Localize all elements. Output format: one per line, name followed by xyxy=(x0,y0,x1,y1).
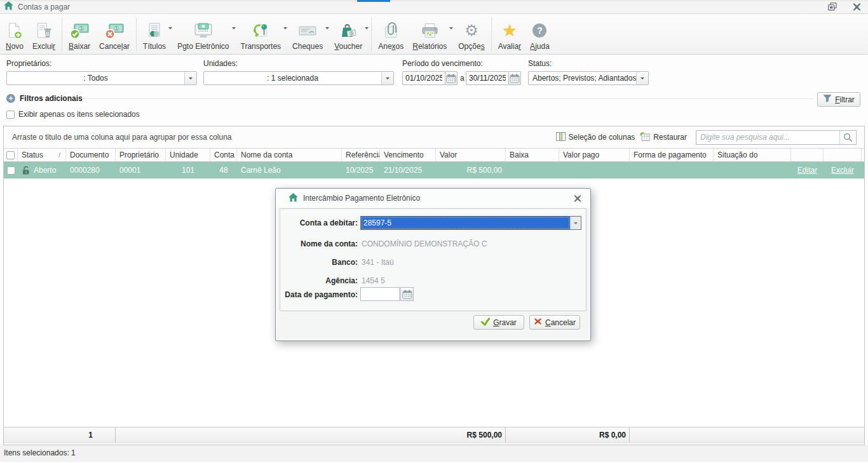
grid-search-input[interactable] xyxy=(696,131,839,144)
chevron-down-icon xyxy=(570,217,581,229)
pgto-eletronico-button[interactable]: Pgto Eletrônico xyxy=(173,15,233,54)
exibir-selecionados-checkbox[interactable] xyxy=(6,111,15,119)
toolbar-separator xyxy=(371,17,372,51)
column-header-vencimento[interactable]: Vencimento xyxy=(380,149,436,161)
delete-document-icon xyxy=(36,20,53,41)
table-row[interactable]: Aberto 0000280 00001 101 48 Carnê Leão 1… xyxy=(4,162,864,178)
lock-open-icon xyxy=(22,166,30,175)
cell-forma-de-pagamento xyxy=(630,162,714,178)
voucher-dropdown-icon[interactable] xyxy=(365,15,369,54)
cell-unidade: 101 xyxy=(166,162,210,178)
cell-documento: 0000280 xyxy=(66,162,116,178)
novo-label: Novo xyxy=(6,42,24,51)
status-select[interactable]: Abertos; Previstos; Adiantados xyxy=(528,71,649,85)
filtros-adicionais-toggle[interactable]: + Filtros adicionais xyxy=(6,94,83,103)
grid-search xyxy=(696,130,857,145)
column-header-nome-da-conta[interactable]: Nome da conta xyxy=(237,149,342,161)
calendar-icon[interactable] xyxy=(445,71,458,85)
column-header-unidade[interactable]: Unidade xyxy=(166,149,210,161)
status-label: Status: xyxy=(528,59,552,68)
periodo-to-input[interactable] xyxy=(466,71,509,85)
column-header-situacao[interactable]: Situação do xyxy=(714,149,791,161)
relatorios-dropdown-icon[interactable] xyxy=(449,15,453,54)
cell-nome-da-conta: Carnê Leão xyxy=(237,162,342,178)
baixar-label: Baixar xyxy=(69,42,90,51)
cancelar-button[interactable]: $ Cancelar xyxy=(95,15,134,54)
novo-button[interactable]: Novo xyxy=(1,15,28,54)
editar-link[interactable]: Editar xyxy=(797,166,817,175)
gravar-button[interactable]: Gravar xyxy=(473,315,524,330)
x-icon xyxy=(534,318,542,327)
pgto-eletronico-dropdown-icon[interactable] xyxy=(232,15,236,54)
toolbar-separator xyxy=(62,17,62,51)
baixar-button[interactable]: $ Baixar xyxy=(64,15,95,54)
star-icon: ★ xyxy=(502,20,517,41)
periodo-from-input[interactable] xyxy=(402,71,445,85)
column-header-proprietario[interactable]: Proprietário xyxy=(116,149,166,161)
filtrar-button[interactable]: Filtrar xyxy=(817,92,860,107)
dialog-cancelar-button[interactable]: Cancelar xyxy=(529,315,580,330)
grid-summary-row: 1 R$ 500,00 R$ 0,00 xyxy=(4,427,864,443)
banco-value: 341 - Itaú xyxy=(362,258,394,267)
ajuda-button[interactable]: ? Ajuda xyxy=(526,15,554,54)
proprietarios-select[interactable]: : Todos xyxy=(6,71,197,85)
summary-valor-total: R$ 500,00 xyxy=(436,427,506,443)
titulos-dropdown-icon[interactable] xyxy=(168,15,172,54)
dialog-close-icon[interactable] xyxy=(573,194,582,203)
column-header-documento[interactable]: Documento xyxy=(66,149,116,161)
gear-icon: ⚙ xyxy=(465,20,478,41)
calendar-icon[interactable] xyxy=(400,287,414,301)
titulos-button[interactable]: Títulos xyxy=(139,15,170,54)
select-all-checkbox-cell[interactable] xyxy=(4,149,18,161)
filter-panel: Proprietários: : Todos Unidades: : 1 sel… xyxy=(0,55,868,126)
column-header-referencia[interactable]: Referência xyxy=(342,149,380,161)
avaliar-button[interactable]: ★ Avaliar xyxy=(494,15,526,54)
voucher-button[interactable]: $ Voucher xyxy=(330,15,367,54)
plus-icon: + xyxy=(6,94,15,103)
restore-grid-icon xyxy=(640,132,650,143)
relatorios-button[interactable]: Relatórios xyxy=(408,15,451,54)
column-header-valor[interactable]: Valor xyxy=(436,149,506,161)
new-document-icon xyxy=(6,20,23,41)
excluir-button[interactable]: Excluir xyxy=(28,15,60,54)
conta-debitar-select[interactable]: 28597-5 xyxy=(360,216,581,230)
column-header-valor-pago[interactable]: Valor pago xyxy=(559,149,630,161)
cheques-label: Cheques xyxy=(292,42,323,51)
row-checkbox-cell[interactable] xyxy=(4,162,18,178)
cheque-icon xyxy=(297,20,318,41)
agencia-value: 1454 5 xyxy=(362,276,385,285)
unidades-value: : 1 selecionada xyxy=(204,72,381,84)
filtros-adicionais-label: Filtros adicionais xyxy=(20,94,83,103)
transportes-dropdown-icon[interactable] xyxy=(283,15,287,54)
column-header-baixa[interactable]: Baixa xyxy=(506,149,559,161)
chevron-down-icon xyxy=(184,72,196,84)
cheques-dropdown-icon[interactable] xyxy=(325,15,329,54)
column-header-conta[interactable]: Conta xyxy=(210,149,237,161)
cheques-button[interactable]: Cheques xyxy=(288,15,327,54)
data-pagamento-input[interactable] xyxy=(360,287,400,301)
close-window-icon[interactable] xyxy=(851,2,862,11)
opcoes-button[interactable]: ⚙ Opções xyxy=(454,15,489,54)
cell-situacao xyxy=(714,162,791,178)
search-icon[interactable] xyxy=(839,131,856,144)
funnel-icon xyxy=(823,94,832,105)
group-by-bar[interactable]: Arraste o titulo de uma coluna aqui para… xyxy=(4,126,864,148)
transportes-button[interactable]: Transportes xyxy=(236,15,286,54)
conta-debitar-value: 28597-5 xyxy=(361,217,570,229)
excluir-link[interactable]: Excluir xyxy=(831,166,854,175)
restore-layout-button[interactable]: Restaurar xyxy=(640,132,687,143)
column-header-status[interactable]: Status/ xyxy=(18,149,66,161)
toolbar-separator xyxy=(136,17,137,51)
column-header-forma-de-pagamento[interactable]: Forma de pagamento xyxy=(630,149,714,161)
titles-document-icon xyxy=(146,20,163,41)
unidades-select[interactable]: : 1 selecionada xyxy=(203,71,394,85)
anexos-button[interactable]: Anexos xyxy=(374,15,408,54)
restore-window-icon[interactable] xyxy=(827,2,837,11)
dialog-cancelar-label: Cancelar xyxy=(545,318,576,327)
exibir-selecionados-label: Exibir apenas os itens selecionados xyxy=(18,110,140,119)
svg-text:$: $ xyxy=(80,26,83,30)
dialog-title: Intercâmbio Pagamento Eletrônico xyxy=(303,194,420,203)
calendar-icon[interactable] xyxy=(508,71,521,85)
voucher-label: Voucher xyxy=(334,42,362,51)
column-chooser-button[interactable]: Seleção de colunas xyxy=(556,132,635,143)
